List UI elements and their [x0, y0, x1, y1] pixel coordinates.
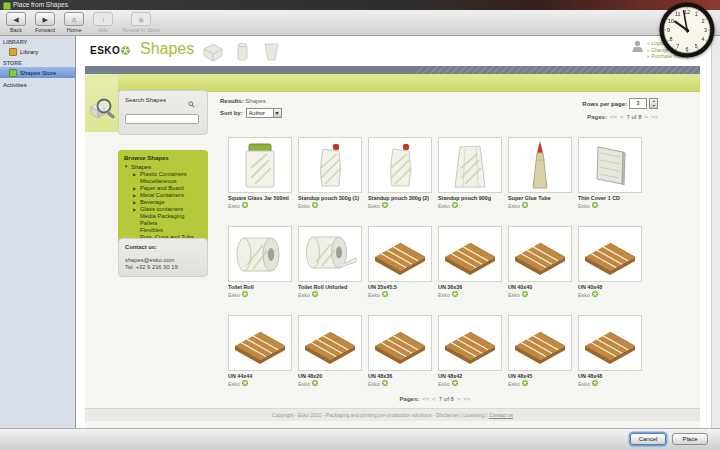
shape-author: Esko: [578, 203, 590, 209]
dialog-button-bar: Cancel Place: [0, 428, 720, 450]
shape-item[interactable]: UN 48x20 Esko: [298, 315, 362, 387]
browse-category[interactable]: ▶ Beverage: [124, 199, 204, 206]
rows-per-page-input[interactable]: 3: [629, 98, 647, 109]
shape-thumbnail[interactable]: [438, 137, 502, 193]
shape-item[interactable]: Standup pouch 300g (2) Esko: [368, 137, 432, 209]
last-page-button[interactable]: >>: [651, 114, 658, 120]
browse-category[interactable]: Pallets: [124, 220, 204, 227]
prev-page-button[interactable]: <: [620, 114, 624, 120]
shape-thumbnail[interactable]: [368, 137, 432, 193]
toolbar-button[interactable]: ◀ Back: [6, 12, 26, 33]
esko-star-icon: [312, 380, 318, 387]
shape-thumbnail[interactable]: [298, 226, 362, 282]
search-input[interactable]: [125, 114, 199, 124]
shape-item[interactable]: UN 44x44 Esko: [228, 315, 292, 387]
shape-thumbnail[interactable]: [438, 315, 502, 371]
esko-star-icon: [592, 291, 598, 298]
shape-item[interactable]: Standup pouch 900g Esko: [438, 137, 502, 209]
sidebar-item-activities[interactable]: Activities: [0, 80, 75, 89]
search-icon[interactable]: [188, 101, 195, 108]
shape-item[interactable]: UN 48x36 Esko: [368, 315, 432, 387]
shape-thumbnail[interactable]: [298, 137, 362, 193]
stepper-down-icon[interactable]: [650, 104, 657, 109]
shape-item[interactable]: UN 36x36 Esko: [438, 226, 502, 298]
first-page-button[interactable]: <<: [610, 114, 617, 120]
sidebar-item-shapes-store[interactable]: Shapes Store: [0, 67, 75, 78]
shape-item[interactable]: Standup pouch 300g (1) Esko: [298, 137, 362, 209]
browse-category[interactable]: Miscellaneous: [124, 178, 204, 185]
shape-item[interactable]: Toilet Roll Unfurled Esko: [298, 226, 362, 298]
esko-logo-text: ESKO: [90, 45, 120, 56]
browse-category[interactable]: ▶ Plastic Containers: [124, 171, 204, 178]
rows-per-page-stepper[interactable]: [649, 98, 658, 109]
shape-author: Esko: [298, 203, 310, 209]
toolbar-button[interactable]: ◉ Reveal In Store: [122, 12, 160, 33]
sidebar-item-library[interactable]: Library: [0, 46, 75, 57]
last-page-button[interactable]: >>: [463, 396, 470, 402]
shape-item[interactable]: UN 40x40 Esko: [508, 226, 572, 298]
shape-name: UN 35x45.5: [368, 284, 432, 290]
chevron-down-icon[interactable]: [273, 109, 281, 117]
next-page-button[interactable]: >: [644, 114, 648, 120]
shape-thumbnail[interactable]: [228, 137, 292, 193]
next-page-button[interactable]: >: [457, 396, 461, 402]
browse-category[interactable]: Media Packaging: [124, 213, 204, 220]
expand-arrow-icon: ▶: [133, 185, 138, 192]
main-toolbar: ◀ Back ▶ Forward ⌂ Home i Info ◉ Reveal …: [0, 10, 720, 36]
shape-thumbnail[interactable]: [368, 315, 432, 371]
footer-contact-link[interactable]: Contact us: [489, 412, 513, 418]
browse-title: Browse Shapes: [124, 155, 204, 161]
shape-thumbnail[interactable]: [508, 315, 572, 371]
shape-item[interactable]: UN 48x45 Esko: [508, 315, 572, 387]
expand-arrow-icon: ▶: [133, 206, 138, 213]
toolbar-button[interactable]: ▶ Forward: [35, 12, 55, 33]
shape-thumbnail[interactable]: [368, 226, 432, 282]
esko-star-icon: [242, 202, 248, 209]
browse-category[interactable]: ▶ Glass containers: [124, 206, 204, 213]
shape-name: UN 48x42: [438, 373, 502, 379]
cancel-button[interactable]: Cancel: [630, 433, 666, 445]
contact-email[interactable]: shapes@esko.com: [125, 257, 201, 264]
esko-star-logo-icon: [121, 46, 130, 55]
shape-item[interactable]: Super Glue Tube Esko: [508, 137, 572, 209]
application-window: Place from Shapes ◀ Back ▶ Forward ⌂ Hom…: [0, 0, 720, 450]
window-title: Place from Shapes: [13, 0, 68, 10]
shape-item[interactable]: UN 48x42 Esko: [438, 315, 502, 387]
shape-item[interactable]: UN 40x48 Esko: [578, 226, 642, 298]
shape-thumbnail[interactable]: [578, 315, 642, 371]
place-button[interactable]: Place: [672, 433, 708, 445]
esko-star-icon: [522, 202, 528, 209]
browse-root-shapes[interactable]: ▼ Shapes: [124, 164, 204, 170]
browse-category[interactable]: Flexibles: [124, 227, 204, 234]
sort-select[interactable]: Author: [246, 108, 282, 118]
esko-star-icon: [382, 291, 388, 298]
browse-category[interactable]: ▶ Paper and Board: [124, 185, 204, 192]
shape-thumbnail[interactable]: [508, 137, 572, 193]
results-row: Results: Shapes: [220, 98, 266, 104]
shape-thumbnail[interactable]: [578, 137, 642, 193]
shape-thumbnail[interactable]: [578, 226, 642, 282]
shape-thumbnail[interactable]: [438, 226, 502, 282]
shape-item[interactable]: Thin Cover 1 CD Esko: [578, 137, 642, 209]
shape-item[interactable]: Square Glass Jar 500ml Esko: [228, 137, 292, 209]
browse-category[interactable]: ▶ Metal Containers: [124, 192, 204, 199]
store-page-title: Shapes: [140, 40, 194, 58]
window-titlebar[interactable]: Place from Shapes: [0, 0, 720, 10]
pages-label: Pages:: [587, 114, 607, 120]
svg-text:11: 11: [675, 11, 681, 17]
search-panel: Search Shapes: [118, 90, 208, 135]
toolbar-button[interactable]: i Info: [93, 12, 113, 33]
first-page-button[interactable]: <<: [422, 396, 429, 402]
shape-item[interactable]: UN 48x48 Esko: [578, 315, 642, 387]
shape-thumbnail[interactable]: [508, 226, 572, 282]
sidebar-item-label: Shapes Store: [20, 70, 56, 76]
prev-page-button[interactable]: <: [432, 396, 436, 402]
shape-thumbnail[interactable]: [228, 226, 292, 282]
browse-category-label: Beverage: [140, 199, 165, 206]
toolbar-button[interactable]: ⌂ Home: [64, 12, 84, 33]
clock-widget: 123456789101112: [658, 1, 716, 59]
shape-thumbnail[interactable]: [228, 315, 292, 371]
shape-item[interactable]: UN 35x45.5 Esko: [368, 226, 432, 298]
shape-thumbnail[interactable]: [298, 315, 362, 371]
shape-item[interactable]: Toilet Roll Esko: [228, 226, 292, 298]
